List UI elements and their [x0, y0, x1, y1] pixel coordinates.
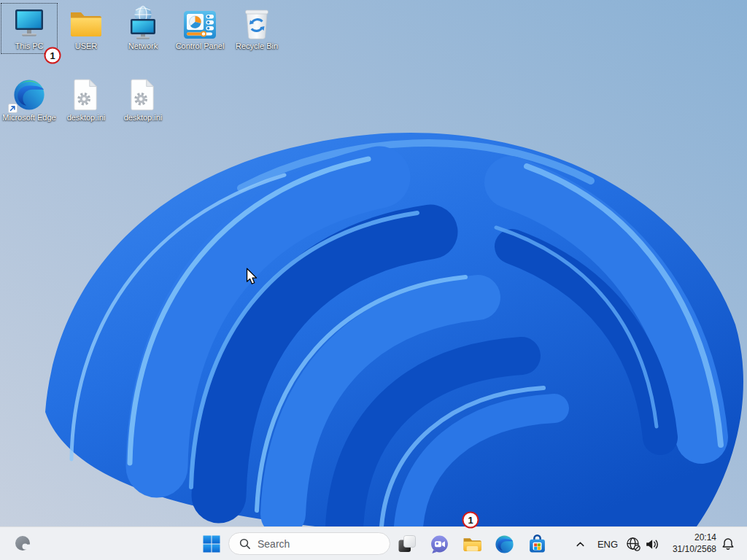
microsoft-store-button[interactable]	[521, 527, 553, 560]
desktop-icon-desktop-ini-1[interactable]: desktop.ini	[58, 74, 115, 125]
windows-logo-icon	[203, 535, 220, 553]
desktop-icon-microsoft-edge[interactable]: Microsoft Edge	[1, 74, 58, 125]
folder-icon	[59, 5, 113, 40]
store-icon	[527, 534, 547, 554]
shortcut-arrow-icon	[8, 103, 18, 112]
language-indicator[interactable]: ENG	[595, 527, 621, 560]
weather-cloud-icon	[13, 534, 34, 554]
widgets-button[interactable]	[9, 527, 37, 560]
notification-bell-icon	[721, 537, 735, 551]
volume-button[interactable]	[640, 527, 662, 560]
ini-file-icon	[116, 77, 170, 112]
desktop-icon-label: Network	[116, 42, 170, 51]
desktop-icon-recycle-bin[interactable]: Recycle Bin	[228, 3, 285, 54]
this-pc-icon	[2, 5, 56, 40]
desktop-icon-network[interactable]: Network	[115, 3, 171, 54]
search-input[interactable]: Search	[228, 532, 390, 555]
globe-no-internet-icon	[626, 537, 641, 552]
task-view-icon	[398, 534, 417, 553]
desktop-icon-label: USER	[59, 42, 113, 51]
desktop-icon-label: desktop.ini	[116, 113, 170, 122]
clock-date: 31/10/2568	[673, 544, 716, 556]
file-explorer-button[interactable]	[456, 527, 488, 560]
control-panel-icon	[173, 5, 227, 40]
chevron-up-icon	[575, 539, 586, 550]
speaker-icon	[644, 537, 659, 552]
desktop-icon-control-panel[interactable]: Control Panel	[171, 3, 228, 54]
annotation-number: 1	[468, 515, 473, 526]
desktop-icon-desktop-ini-2[interactable]: desktop.ini	[115, 74, 171, 125]
network-icon	[116, 5, 170, 40]
windows-desktop: This PC USER	[0, 0, 747, 560]
desktop-icon-user-folder[interactable]: USER	[58, 3, 115, 54]
tray-chevron-button[interactable]	[565, 527, 595, 560]
annotation-circle-1: 1	[44, 47, 61, 64]
edge-button[interactable]	[488, 527, 520, 560]
ini-file-icon	[59, 77, 113, 112]
recycle-bin-icon	[230, 5, 284, 40]
search-placeholder: Search	[258, 538, 290, 550]
clock[interactable]: 20:14 31/10/2568	[661, 527, 716, 560]
taskbar: Search	[0, 526, 747, 560]
notification-button[interactable]	[716, 527, 740, 560]
desktop-icon-label: desktop.ini	[59, 113, 113, 122]
clock-time: 20:14	[694, 532, 716, 544]
desktop-icon-label: Control Panel	[173, 42, 227, 51]
task-view-button[interactable]	[391, 527, 423, 560]
search-icon	[239, 537, 251, 550]
language-code: ENG	[597, 539, 618, 550]
mouse-cursor	[246, 268, 258, 285]
edge-icon	[2, 77, 56, 112]
chat-button[interactable]	[423, 527, 455, 560]
annotation-number: 1	[50, 50, 55, 61]
start-button[interactable]	[196, 527, 228, 560]
desktop-icon-label: Microsoft Edge	[2, 113, 56, 122]
chat-icon	[430, 534, 449, 554]
desktop-icon-label: Recycle Bin	[230, 42, 284, 51]
edge-icon	[495, 534, 514, 554]
desktop-icon-this-pc[interactable]: This PC	[1, 3, 58, 54]
file-explorer-icon	[462, 534, 482, 554]
annotation-circle-2: 1	[462, 512, 479, 529]
